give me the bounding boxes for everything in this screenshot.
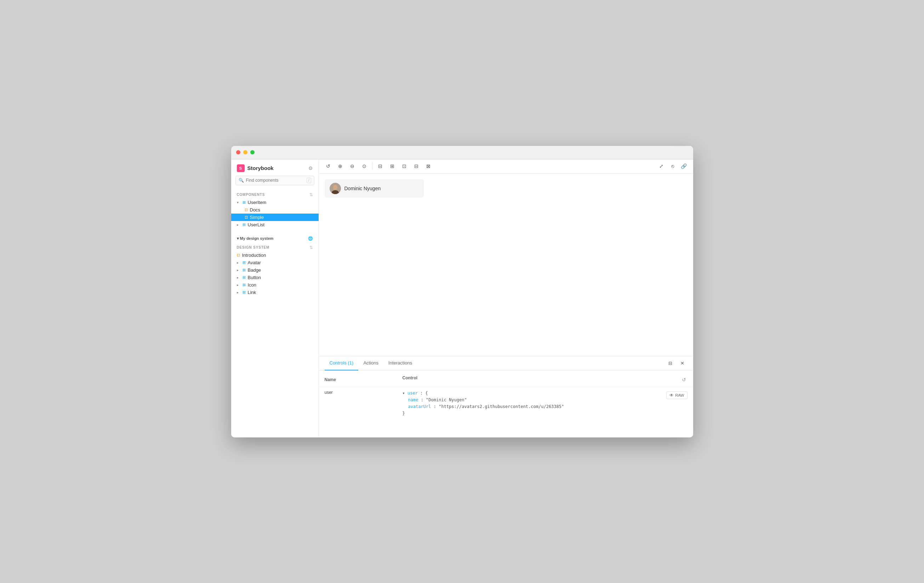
sidebar-item-badge[interactable]: ▸ ⊞ Badge bbox=[231, 266, 318, 274]
search-icon: 🔍 bbox=[239, 178, 244, 183]
avatar-image bbox=[330, 183, 341, 194]
component-icon-useritem: ⊞ bbox=[243, 200, 246, 205]
eye-icon: 👁 bbox=[670, 393, 674, 398]
expand-button[interactable]: ⤢ bbox=[657, 161, 666, 171]
sidebar-item-button[interactable]: ▸ ⊞ Button bbox=[231, 274, 318, 281]
components-section-header: COMPONENTS ⇅ bbox=[231, 190, 318, 199]
sidebar-label-link: Link bbox=[248, 290, 256, 295]
sidebar-label-icon: Icon bbox=[248, 282, 257, 287]
sidebar-item-useritem[interactable]: ▾ ⊞ UserItem bbox=[231, 199, 318, 206]
expand-arrow-icon-item: ▸ bbox=[237, 283, 240, 287]
sidebar-label-introduction: Introduction bbox=[242, 253, 266, 258]
panel-tabs: Controls (1) Actions Interactions ⊟ ✕ bbox=[319, 356, 693, 370]
panel-close-button[interactable]: ✕ bbox=[678, 358, 688, 368]
control-row-user: user ▾ user : { name : "Dominic Nyugen" … bbox=[319, 387, 693, 420]
avatar bbox=[330, 183, 341, 194]
grid-5-button[interactable]: ⊠ bbox=[423, 161, 433, 171]
component-icon-button: ⊞ bbox=[243, 275, 246, 280]
grid-4-button[interactable]: ⊟ bbox=[411, 161, 421, 171]
sidebar-header: S Storybook ⚙ bbox=[231, 159, 318, 176]
panel-split-button[interactable]: ⊟ bbox=[665, 358, 675, 368]
tab-interactions[interactable]: Interactions bbox=[383, 356, 417, 370]
components-collapse-icon[interactable]: ⇅ bbox=[309, 192, 313, 197]
reset-controls-button[interactable]: ↺ bbox=[680, 375, 688, 384]
settings-icon[interactable]: ⚙ bbox=[309, 165, 313, 171]
component-icon-icon: ⊞ bbox=[243, 282, 246, 287]
control-name-user: user bbox=[319, 387, 397, 420]
tab-controls[interactable]: Controls (1) bbox=[325, 356, 359, 370]
my-design-system-header[interactable]: ▾ My design system 🌐 bbox=[231, 234, 318, 242]
component-icon-userlist: ⊞ bbox=[243, 223, 246, 227]
storybook-title: Storybook bbox=[248, 165, 274, 171]
expand-arrow-useritem: ▾ bbox=[237, 200, 240, 204]
close-button[interactable] bbox=[236, 150, 240, 154]
storybook-logo-icon: S bbox=[237, 164, 245, 172]
zoom-out-button[interactable]: ⊖ bbox=[347, 161, 357, 171]
component-icon-link: ⊞ bbox=[243, 290, 246, 295]
sidebar-label-simple: Simple bbox=[250, 215, 264, 220]
sidebar-item-simple[interactable]: ⊡ Simple bbox=[231, 213, 318, 221]
sidebar-item-icon[interactable]: ▸ ⊞ Icon bbox=[231, 281, 318, 289]
grid-3-button[interactable]: ⊡ bbox=[399, 161, 409, 171]
expand-arrow-avatar: ▸ bbox=[237, 261, 240, 264]
components-section-title: COMPONENTS bbox=[237, 193, 265, 197]
storybook-brand: S Storybook bbox=[237, 164, 274, 172]
sidebar-item-link[interactable]: ▸ ⊞ Link bbox=[231, 289, 318, 296]
sidebar: S Storybook ⚙ 🔍 / COMPONENTS ⇅ ▾ ⊞ UserI… bbox=[231, 159, 319, 438]
external-link-button[interactable]: ⎋ bbox=[668, 161, 678, 171]
raw-button[interactable]: 👁 RAW bbox=[666, 391, 687, 399]
sidebar-label-avatar: Avatar bbox=[248, 260, 261, 265]
sidebar-label-button: Button bbox=[248, 275, 261, 280]
raw-label: RAW bbox=[675, 393, 684, 397]
grid-2-button[interactable]: ⊞ bbox=[387, 161, 397, 171]
bottom-panel: Controls (1) Actions Interactions ⊟ ✕ bbox=[319, 356, 693, 438]
globe-icon: 🌐 bbox=[308, 236, 313, 241]
tab-controls-label: Controls (1) bbox=[330, 360, 354, 365]
tab-actions-label: Actions bbox=[363, 360, 378, 365]
maximize-button[interactable] bbox=[250, 150, 254, 154]
design-system-section-header: DESIGN SYSTEM ⇅ bbox=[231, 242, 318, 251]
design-system-section-title: DESIGN SYSTEM bbox=[237, 246, 270, 249]
preview-content: Dominic Nyugen bbox=[319, 173, 693, 203]
my-design-system-section: ▾ My design system 🌐 bbox=[231, 234, 318, 242]
main-content: ↺ ⊕ ⊖ ⊙ ⊟ ⊞ ⊡ ⊟ ⊠ ⤢ ⎋ 🔗 bbox=[319, 159, 693, 438]
expand-arrow-link: ▸ bbox=[237, 291, 240, 294]
zoom-reset-button[interactable]: ⊙ bbox=[359, 161, 369, 171]
expand-arrow-userlist: ▸ bbox=[237, 223, 240, 227]
sidebar-label-badge: Badge bbox=[248, 268, 261, 273]
column-header-control: Control ↺ bbox=[397, 374, 693, 387]
search-box[interactable]: 🔍 / bbox=[236, 176, 314, 185]
toolbar-divider-1 bbox=[372, 163, 373, 170]
component-icon-badge: ⊞ bbox=[243, 268, 246, 273]
refresh-button[interactable]: ↺ bbox=[323, 161, 333, 171]
zoom-in-button[interactable]: ⊕ bbox=[335, 161, 345, 171]
component-icon-avatar: ⊞ bbox=[243, 260, 246, 265]
expand-arrow-button: ▸ bbox=[237, 276, 240, 279]
docs-icon-introduction: ⊡ bbox=[237, 253, 240, 258]
sidebar-label-docs: Docs bbox=[250, 207, 261, 213]
user-item-component: Dominic Nyugen bbox=[325, 179, 424, 198]
sidebar-item-docs[interactable]: ⊡ Docs bbox=[231, 206, 318, 213]
svg-point-1 bbox=[333, 185, 337, 190]
panel-content: Name Control ↺ user bbox=[319, 370, 693, 438]
docs-icon: ⊡ bbox=[245, 208, 248, 212]
tab-interactions-label: Interactions bbox=[388, 360, 412, 365]
grid-1-button[interactable]: ⊟ bbox=[375, 161, 385, 171]
column-header-name: Name bbox=[319, 374, 397, 387]
titlebar bbox=[231, 146, 693, 159]
search-input[interactable] bbox=[246, 178, 304, 183]
tab-actions[interactable]: Actions bbox=[358, 356, 383, 370]
sidebar-label-userlist: UserList bbox=[248, 222, 265, 227]
sidebar-item-avatar[interactable]: ▸ ⊞ Avatar bbox=[231, 259, 318, 266]
toolbar-right: ⤢ ⎋ 🔗 bbox=[657, 161, 689, 171]
json-code-block: ▾ user : { name : "Dominic Nyugen" avata… bbox=[403, 390, 564, 417]
control-value-user: ▾ user : { name : "Dominic Nyugen" avata… bbox=[397, 387, 693, 420]
copy-link-button[interactable]: 🔗 bbox=[679, 161, 689, 171]
minimize-button[interactable] bbox=[243, 150, 248, 154]
story-icon-simple: ⊡ bbox=[245, 215, 248, 220]
app-body: S Storybook ⚙ 🔍 / COMPONENTS ⇅ ▾ ⊞ UserI… bbox=[231, 159, 693, 438]
my-design-system-label: ▾ My design system bbox=[237, 236, 274, 241]
sidebar-item-userlist[interactable]: ▸ ⊞ UserList bbox=[231, 221, 318, 228]
design-system-collapse-icon[interactable]: ⇅ bbox=[309, 245, 313, 250]
sidebar-item-introduction[interactable]: ⊡ Introduction bbox=[231, 251, 318, 259]
